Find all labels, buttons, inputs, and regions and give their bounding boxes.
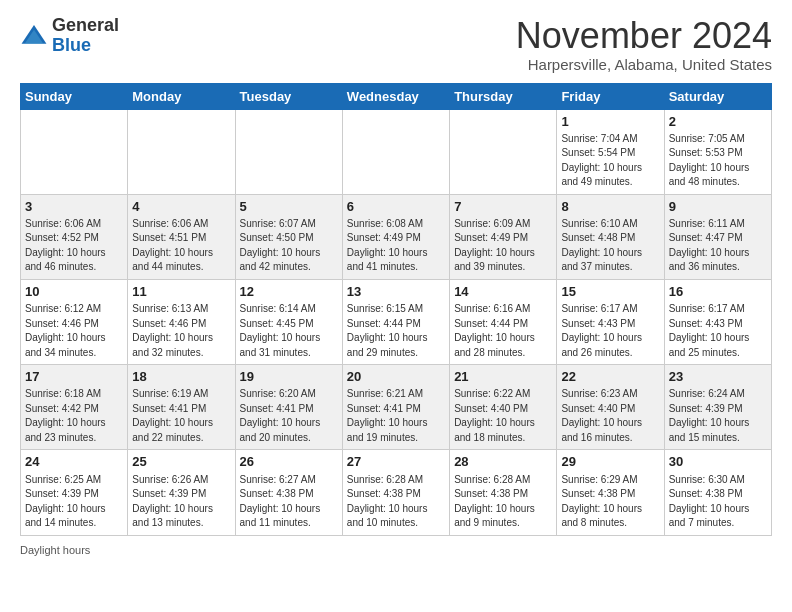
day-info: Sunrise: 6:10 AMSunset: 4:48 PMDaylight:… bbox=[561, 217, 659, 275]
day-info: Sunrise: 6:11 AMSunset: 4:47 PMDaylight:… bbox=[669, 217, 767, 275]
calendar-header-wednesday: Wednesday bbox=[342, 83, 449, 109]
day-number: 18 bbox=[132, 368, 230, 386]
calendar-cell: 12Sunrise: 6:14 AMSunset: 4:45 PMDayligh… bbox=[235, 279, 342, 364]
calendar-cell: 20Sunrise: 6:21 AMSunset: 4:41 PMDayligh… bbox=[342, 365, 449, 450]
logo-blue-text: Blue bbox=[52, 36, 119, 56]
day-number: 13 bbox=[347, 283, 445, 301]
calendar-header-saturday: Saturday bbox=[664, 83, 771, 109]
day-info: Sunrise: 6:17 AMSunset: 4:43 PMDaylight:… bbox=[669, 302, 767, 360]
calendar-header-row: SundayMondayTuesdayWednesdayThursdayFrid… bbox=[21, 83, 772, 109]
calendar-header-monday: Monday bbox=[128, 83, 235, 109]
day-number: 30 bbox=[669, 453, 767, 471]
day-number: 5 bbox=[240, 198, 338, 216]
calendar-week-1: 1Sunrise: 7:04 AMSunset: 5:54 PMDaylight… bbox=[21, 109, 772, 194]
day-number: 15 bbox=[561, 283, 659, 301]
day-info: Sunrise: 6:28 AMSunset: 4:38 PMDaylight:… bbox=[347, 473, 445, 531]
calendar-cell: 1Sunrise: 7:04 AMSunset: 5:54 PMDaylight… bbox=[557, 109, 664, 194]
calendar-cell: 10Sunrise: 6:12 AMSunset: 4:46 PMDayligh… bbox=[21, 279, 128, 364]
calendar-cell: 9Sunrise: 6:11 AMSunset: 4:47 PMDaylight… bbox=[664, 194, 771, 279]
calendar-cell: 8Sunrise: 6:10 AMSunset: 4:48 PMDaylight… bbox=[557, 194, 664, 279]
day-info: Sunrise: 6:13 AMSunset: 4:46 PMDaylight:… bbox=[132, 302, 230, 360]
calendar-table: SundayMondayTuesdayWednesdayThursdayFrid… bbox=[20, 83, 772, 536]
calendar-cell: 22Sunrise: 6:23 AMSunset: 4:40 PMDayligh… bbox=[557, 365, 664, 450]
page-header: General Blue November 2024 Harpersville,… bbox=[20, 16, 772, 73]
day-info: Sunrise: 6:22 AMSunset: 4:40 PMDaylight:… bbox=[454, 387, 552, 445]
day-info: Sunrise: 6:17 AMSunset: 4:43 PMDaylight:… bbox=[561, 302, 659, 360]
day-number: 19 bbox=[240, 368, 338, 386]
calendar-cell: 27Sunrise: 6:28 AMSunset: 4:38 PMDayligh… bbox=[342, 450, 449, 535]
day-number: 11 bbox=[132, 283, 230, 301]
calendar-header-tuesday: Tuesday bbox=[235, 83, 342, 109]
day-number: 10 bbox=[25, 283, 123, 301]
footer-note: Daylight hours bbox=[20, 544, 772, 556]
day-info: Sunrise: 6:29 AMSunset: 4:38 PMDaylight:… bbox=[561, 473, 659, 531]
day-info: Sunrise: 6:12 AMSunset: 4:46 PMDaylight:… bbox=[25, 302, 123, 360]
day-info: Sunrise: 6:20 AMSunset: 4:41 PMDaylight:… bbox=[240, 387, 338, 445]
day-number: 17 bbox=[25, 368, 123, 386]
day-info: Sunrise: 6:26 AMSunset: 4:39 PMDaylight:… bbox=[132, 473, 230, 531]
day-info: Sunrise: 6:15 AMSunset: 4:44 PMDaylight:… bbox=[347, 302, 445, 360]
day-number: 2 bbox=[669, 113, 767, 131]
calendar-week-3: 10Sunrise: 6:12 AMSunset: 4:46 PMDayligh… bbox=[21, 279, 772, 364]
day-number: 29 bbox=[561, 453, 659, 471]
day-number: 14 bbox=[454, 283, 552, 301]
logo-general-text: General bbox=[52, 16, 119, 36]
calendar-week-4: 17Sunrise: 6:18 AMSunset: 4:42 PMDayligh… bbox=[21, 365, 772, 450]
calendar-cell: 30Sunrise: 6:30 AMSunset: 4:38 PMDayligh… bbox=[664, 450, 771, 535]
day-number: 16 bbox=[669, 283, 767, 301]
calendar-cell: 11Sunrise: 6:13 AMSunset: 4:46 PMDayligh… bbox=[128, 279, 235, 364]
calendar-cell: 15Sunrise: 6:17 AMSunset: 4:43 PMDayligh… bbox=[557, 279, 664, 364]
day-info: Sunrise: 6:28 AMSunset: 4:38 PMDaylight:… bbox=[454, 473, 552, 531]
day-info: Sunrise: 6:24 AMSunset: 4:39 PMDaylight:… bbox=[669, 387, 767, 445]
day-number: 26 bbox=[240, 453, 338, 471]
day-number: 28 bbox=[454, 453, 552, 471]
day-number: 20 bbox=[347, 368, 445, 386]
day-info: Sunrise: 6:06 AMSunset: 4:51 PMDaylight:… bbox=[132, 217, 230, 275]
day-info: Sunrise: 6:19 AMSunset: 4:41 PMDaylight:… bbox=[132, 387, 230, 445]
calendar-cell: 4Sunrise: 6:06 AMSunset: 4:51 PMDaylight… bbox=[128, 194, 235, 279]
day-info: Sunrise: 6:25 AMSunset: 4:39 PMDaylight:… bbox=[25, 473, 123, 531]
day-number: 25 bbox=[132, 453, 230, 471]
calendar-cell: 19Sunrise: 6:20 AMSunset: 4:41 PMDayligh… bbox=[235, 365, 342, 450]
calendar-cell: 7Sunrise: 6:09 AMSunset: 4:49 PMDaylight… bbox=[450, 194, 557, 279]
calendar-cell: 29Sunrise: 6:29 AMSunset: 4:38 PMDayligh… bbox=[557, 450, 664, 535]
calendar-cell bbox=[342, 109, 449, 194]
day-number: 3 bbox=[25, 198, 123, 216]
day-info: Sunrise: 6:09 AMSunset: 4:49 PMDaylight:… bbox=[454, 217, 552, 275]
day-number: 8 bbox=[561, 198, 659, 216]
calendar-cell: 3Sunrise: 6:06 AMSunset: 4:52 PMDaylight… bbox=[21, 194, 128, 279]
calendar-cell: 28Sunrise: 6:28 AMSunset: 4:38 PMDayligh… bbox=[450, 450, 557, 535]
day-info: Sunrise: 7:04 AMSunset: 5:54 PMDaylight:… bbox=[561, 132, 659, 190]
calendar-cell: 14Sunrise: 6:16 AMSunset: 4:44 PMDayligh… bbox=[450, 279, 557, 364]
calendar-cell: 2Sunrise: 7:05 AMSunset: 5:53 PMDaylight… bbox=[664, 109, 771, 194]
location: Harpersville, Alabama, United States bbox=[516, 56, 772, 73]
calendar-week-5: 24Sunrise: 6:25 AMSunset: 4:39 PMDayligh… bbox=[21, 450, 772, 535]
day-number: 22 bbox=[561, 368, 659, 386]
day-info: Sunrise: 6:27 AMSunset: 4:38 PMDaylight:… bbox=[240, 473, 338, 531]
calendar-cell bbox=[235, 109, 342, 194]
day-number: 23 bbox=[669, 368, 767, 386]
logo-icon bbox=[20, 22, 48, 50]
month-title: November 2024 bbox=[516, 16, 772, 56]
logo: General Blue bbox=[20, 16, 119, 56]
day-info: Sunrise: 6:07 AMSunset: 4:50 PMDaylight:… bbox=[240, 217, 338, 275]
calendar-cell: 21Sunrise: 6:22 AMSunset: 4:40 PMDayligh… bbox=[450, 365, 557, 450]
calendar-cell: 5Sunrise: 6:07 AMSunset: 4:50 PMDaylight… bbox=[235, 194, 342, 279]
day-number: 4 bbox=[132, 198, 230, 216]
day-info: Sunrise: 6:18 AMSunset: 4:42 PMDaylight:… bbox=[25, 387, 123, 445]
calendar-cell: 23Sunrise: 6:24 AMSunset: 4:39 PMDayligh… bbox=[664, 365, 771, 450]
calendar-cell bbox=[128, 109, 235, 194]
calendar-cell: 17Sunrise: 6:18 AMSunset: 4:42 PMDayligh… bbox=[21, 365, 128, 450]
calendar-header-sunday: Sunday bbox=[21, 83, 128, 109]
calendar-cell: 16Sunrise: 6:17 AMSunset: 4:43 PMDayligh… bbox=[664, 279, 771, 364]
day-number: 12 bbox=[240, 283, 338, 301]
day-number: 27 bbox=[347, 453, 445, 471]
calendar-cell: 24Sunrise: 6:25 AMSunset: 4:39 PMDayligh… bbox=[21, 450, 128, 535]
calendar-week-2: 3Sunrise: 6:06 AMSunset: 4:52 PMDaylight… bbox=[21, 194, 772, 279]
calendar-cell bbox=[450, 109, 557, 194]
calendar-cell: 18Sunrise: 6:19 AMSunset: 4:41 PMDayligh… bbox=[128, 365, 235, 450]
day-info: Sunrise: 6:21 AMSunset: 4:41 PMDaylight:… bbox=[347, 387, 445, 445]
day-info: Sunrise: 6:08 AMSunset: 4:49 PMDaylight:… bbox=[347, 217, 445, 275]
day-number: 9 bbox=[669, 198, 767, 216]
calendar-cell: 6Sunrise: 6:08 AMSunset: 4:49 PMDaylight… bbox=[342, 194, 449, 279]
